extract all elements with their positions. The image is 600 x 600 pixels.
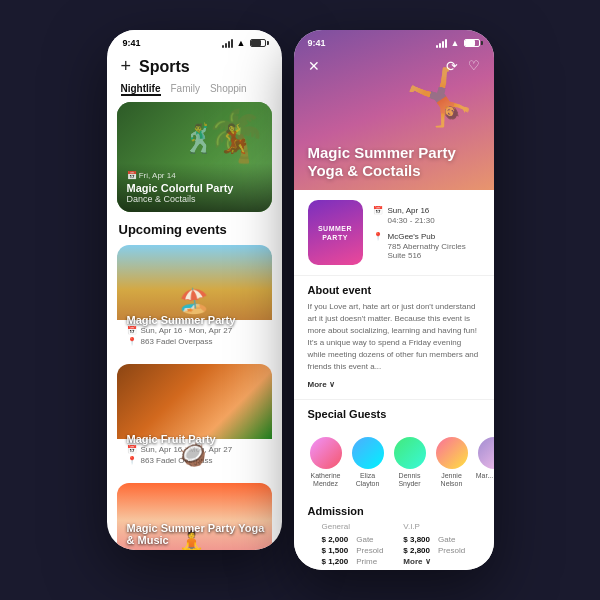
- vip-label-0: Gate: [438, 535, 455, 544]
- guest-avatar-3: [436, 437, 468, 469]
- vip-more[interactable]: More ∨: [403, 557, 465, 566]
- vip-price-val-0: $ 3,800: [403, 535, 430, 544]
- vip-price-val-1: $ 2,800: [403, 546, 430, 555]
- guest-avatar-1: [352, 437, 384, 469]
- hero-event-subtitle: Dance & Coctails: [127, 194, 262, 204]
- admission-grid: General $ 2,000 Gate $ 1,500 Presold $ 1…: [308, 522, 480, 570]
- venue-info-row: 📍 McGee's Pub 785 Abernathy Circles Suit…: [373, 231, 480, 260]
- location-icon-right: 📍: [373, 232, 383, 241]
- guest-avatar-0: [310, 437, 342, 469]
- signal-icon: [222, 38, 233, 48]
- wifi-icon-right: ▲: [451, 38, 460, 48]
- event-info-strip: SUMMER PARTY 📅 Sun, Apr 16 04:30 - 21:30…: [294, 190, 494, 276]
- status-bar-left: 9:41 ▲: [107, 30, 282, 52]
- guest-0: Katherine Mendez: [308, 437, 344, 489]
- guest-name-3: Jennie Nelson: [434, 472, 470, 489]
- date-icon-1: 📅: [127, 445, 137, 454]
- general-price-0: $ 2,000 Gate: [322, 535, 384, 544]
- guest-name-0: Katherine Mendez: [308, 472, 344, 489]
- guests-list: Katherine Mendez Eliza Clayton Dennis Sn…: [294, 429, 494, 497]
- date-info-row: 📅 Sun, Apr 16 04:30 - 21:30: [373, 205, 480, 225]
- status-bar-right: 9:41 ▲: [294, 30, 494, 48]
- category-tabs: Nightlife Family Shoppin: [107, 83, 282, 102]
- vip-price-1: $ 2,800 Presold: [403, 546, 465, 555]
- venue-name: McGee's Pub: [388, 231, 480, 242]
- gen-price-0: $ 2,000: [322, 535, 349, 544]
- guest-avatar-2: [394, 437, 426, 469]
- date-icon-0: 📅: [127, 326, 137, 335]
- vip-label-1: Presold: [438, 546, 465, 555]
- gen-price-2: $ 1,200: [322, 557, 349, 566]
- guest-3: Jennie Nelson: [434, 437, 470, 489]
- event-card-0[interactable]: 🏖️ Magic Summer Party 📅 Sun, Apr 16 · Mo…: [117, 245, 272, 354]
- guests-section: Special Guests: [294, 400, 494, 429]
- event-hero: 9:41 ▲ 🤸 ✕: [294, 30, 494, 190]
- event-image-coconut: 🥥: [117, 364, 272, 439]
- guest-2: Dennis Snyder: [392, 437, 428, 489]
- guest-name-1: Eliza Clayton: [350, 472, 386, 489]
- status-time-left: 9:41: [123, 38, 141, 48]
- admission-title: Admission: [308, 505, 480, 517]
- tab-shopping[interactable]: Shoppin: [210, 83, 247, 96]
- guest-name-2: Dennis Snyder: [392, 472, 428, 489]
- guest-4: Mar... Wa...: [476, 437, 494, 489]
- hero-event-title: Magic Colorful Party: [127, 182, 262, 194]
- general-admission: General $ 2,000 Gate $ 1,500 Presold $ 1…: [322, 522, 384, 568]
- gen-price-1: $ 1,500: [322, 546, 349, 555]
- more-link[interactable]: More ∨: [308, 380, 335, 389]
- about-title: About event: [308, 284, 480, 296]
- event-title-1: Magic Fruit Party: [127, 433, 216, 445]
- upcoming-section-title: Upcoming events: [107, 222, 282, 245]
- event-date-0: Sun, Apr 16 · Mon, Apr 27: [141, 326, 233, 335]
- tab-nightlife[interactable]: Nightlife: [121, 83, 161, 96]
- calendar-icon: 📅: [373, 206, 383, 215]
- guest-name-4: Mar... Wa...: [476, 472, 494, 480]
- hero-event-card[interactable]: 🌴 🕺💃 📅 Fri, Apr 14 Magic Colorful Party …: [117, 102, 272, 212]
- event-main-title: Magic Summer Party Yoga & Coctails: [308, 144, 456, 180]
- wifi-icon: ▲: [237, 38, 246, 48]
- event-image-beach: 🏖️: [117, 245, 272, 320]
- gen-label-2: Prime: [356, 557, 377, 566]
- tab-family[interactable]: Family: [171, 83, 200, 96]
- coconut-icon: 🥥: [179, 442, 206, 468]
- event-time: 04:30 - 21:30: [388, 216, 435, 225]
- battery-icon-right: [464, 39, 480, 47]
- add-icon[interactable]: +: [121, 56, 132, 77]
- location-icon-0: 📍: [127, 337, 137, 346]
- left-phone: 9:41 ▲ + Sports Nightlife Famil: [107, 30, 282, 550]
- gen-label-0: Gate: [356, 535, 373, 544]
- admission-section: Admission General $ 2,000 Gate $ 1,500 P…: [294, 497, 494, 570]
- event-card-1[interactable]: 🥥 Magic Fruit Party 📅 Sun, Apr 16 · Mon,…: [117, 364, 272, 473]
- guest-1: Eliza Clayton: [350, 437, 386, 489]
- heart-button[interactable]: ♡: [468, 58, 480, 74]
- hero-people-icon: 🕺💃: [182, 122, 252, 155]
- vip-admission: V.I.P $ 3,800 Gate $ 2,800 Presold More …: [403, 522, 465, 568]
- action-buttons: ⟳ ♡: [446, 58, 480, 74]
- location-icon-1: 📍: [127, 456, 137, 465]
- battery-icon: [250, 39, 266, 47]
- page-title-left: Sports: [139, 58, 190, 76]
- event-card-2[interactable]: 🧘 Magic Summer Party Yoga & Music: [117, 483, 272, 550]
- info-details: 📅 Sun, Apr 16 04:30 - 21:30 📍 McGee's Pu…: [373, 200, 480, 265]
- guest-avatar-4: [478, 437, 494, 469]
- thumb-party: PARTY: [322, 234, 348, 241]
- hero-content: Magic Summer Party Yoga & Coctails: [294, 134, 470, 190]
- event-thumbnail: SUMMER PARTY: [308, 200, 363, 265]
- guests-title: Special Guests: [308, 408, 480, 420]
- right-phone: 9:41 ▲ 🤸 ✕: [294, 30, 494, 570]
- hero-date: 📅 Fri, Apr 14: [127, 171, 262, 180]
- hero-overlay: 📅 Fri, Apr 14 Magic Colorful Party Dance…: [117, 163, 272, 212]
- close-button[interactable]: ✕: [308, 58, 320, 74]
- yoga-silhouette: 🤸: [405, 65, 474, 130]
- event-title-0: Magic Summer Party: [127, 314, 236, 326]
- gen-label-1: Presold: [356, 546, 383, 555]
- general-price-1: $ 1,500 Presold: [322, 546, 384, 555]
- event-location-0: 863 Fadel Overpass: [141, 337, 213, 346]
- vip-type: V.I.P: [403, 522, 465, 531]
- share-button[interactable]: ⟳: [446, 58, 458, 74]
- about-section: About event If you Love art, hate art or…: [294, 276, 494, 400]
- signal-icon-right: [436, 38, 447, 48]
- general-price-2: $ 1,200 Prime: [322, 557, 384, 566]
- event-title-2: Magic Summer Party Yoga & Music: [127, 522, 272, 546]
- app-header: + Sports: [107, 52, 282, 83]
